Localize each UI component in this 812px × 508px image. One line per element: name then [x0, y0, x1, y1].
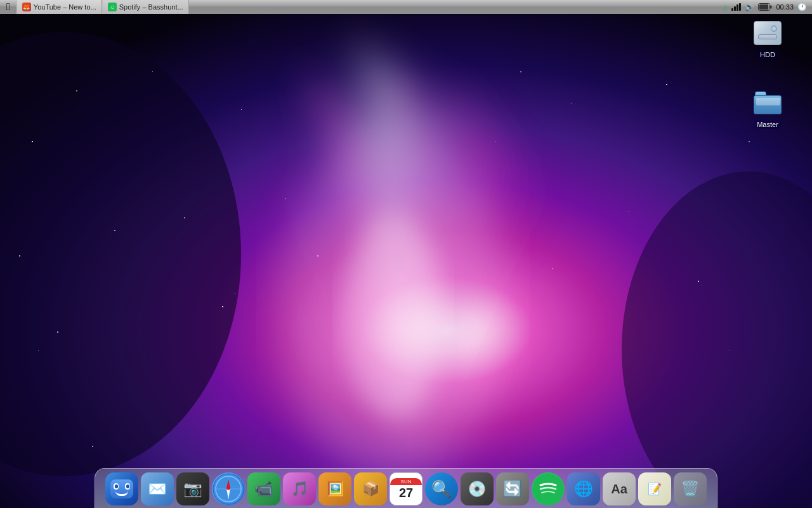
signal-bar-4 [739, 3, 741, 11]
svg-point-10 [343, 216, 444, 419]
finder-eye-right [125, 483, 130, 490]
youtube-tab[interactable]: 🦊 YouTube – New to... [16, 0, 102, 14]
star-22 [552, 268, 553, 269]
menubar:  🦊 YouTube – New to... ♫ Spotify – Bass… [0, 0, 812, 14]
dock-item-iphoto[interactable]: 🖼️ [318, 472, 351, 505]
star-11 [184, 217, 185, 218]
master-folder-icon[interactable]: Master [742, 88, 793, 129]
spotify-menulet[interactable]: ♫ [722, 3, 728, 12]
star-0 [76, 90, 77, 91]
spotify-tab-label: Spotify – Basshunt... [119, 3, 183, 11]
star-13 [317, 255, 318, 257]
dock-item-facetime[interactable]: 📹 [247, 472, 280, 505]
star-10 [241, 109, 242, 110]
facetime-icon: 📹 [247, 472, 280, 505]
svg-point-20 [532, 473, 564, 505]
spotify-favicon: ♫ [108, 3, 117, 11]
menubar-right: ♫ 🔊 00:33 🕐 [722, 3, 812, 12]
mail-icon: ✉️ [141, 472, 174, 505]
star-6 [38, 351, 39, 351]
dock-item-itunes[interactable]: 🎵 [283, 472, 316, 505]
volume-icon[interactable]: 🔊 [745, 3, 754, 11]
star-12 [285, 198, 286, 199]
dock-item-packages[interactable]: 📦 [354, 472, 387, 505]
desktop:  🦊 YouTube – New to... ♫ Spotify – Bass… [0, 0, 812, 508]
spotify-tab[interactable]: ♫ Spotify – Basshunt... [102, 0, 189, 14]
dock-item-mail[interactable]: ✉️ [141, 472, 174, 505]
folder-body [754, 95, 782, 114]
menubar-time: 00:33 [776, 3, 794, 11]
dock-item-ical[interactable]: SUN 27 [390, 472, 422, 505]
dock: ✉️ 📷 📹 [95, 468, 717, 508]
finder-face [110, 479, 133, 498]
dock-item-photobooth[interactable]: 📷 [176, 472, 209, 505]
svg-rect-13 [759, 4, 768, 10]
apple-menu[interactable]:  [0, 1, 16, 13]
finder-eye-left [114, 483, 119, 490]
svg-marker-8 [406, 95, 539, 457]
finder-smile [115, 491, 128, 496]
signal-icon [731, 3, 741, 11]
safari-icon [212, 472, 245, 505]
ical-icon: SUN 27 [390, 472, 422, 505]
clock-icon: 🕐 [797, 3, 807, 11]
dock-item-dvdplayer[interactable]: 💿 [461, 472, 494, 505]
hdd-label: HDD [757, 50, 778, 59]
svg-marker-5 [393, 51, 444, 451]
dock-item-quicklook[interactable]: 🔍 [425, 472, 458, 505]
star-18 [698, 281, 699, 282]
hdd-desktop-icon[interactable]: HDD [742, 18, 793, 59]
dock-item-trash[interactable]: 🗑️ [674, 472, 707, 505]
hdd-icon-image [752, 18, 783, 48]
star-20 [749, 141, 750, 142]
dock-item-spotify[interactable] [532, 472, 565, 505]
youtube-tab-label: YouTube – New to... [34, 3, 96, 11]
menubar-left:  🦊 YouTube – New to... ♫ Spotify – Bass… [0, 0, 722, 14]
star-21 [628, 211, 629, 211]
svg-marker-6 [406, 76, 508, 464]
dock-item-textedit[interactable]: 📝 [638, 472, 671, 505]
battery-svg [758, 3, 772, 11]
dock-item-sync[interactable]: 🔄 [496, 472, 529, 505]
svg-point-2 [622, 171, 812, 508]
sync-icon: 🔄 [496, 472, 529, 505]
svg-marker-7 [266, 127, 406, 470]
svg-point-9 [279, 127, 508, 483]
dock-item-network[interactable]: 🌐 [567, 472, 600, 505]
star-19 [730, 351, 730, 351]
svg-marker-4 [355, 32, 406, 457]
signal-bar-2 [734, 6, 736, 11]
master-label: Master [754, 120, 781, 129]
signal-bar-1 [731, 8, 733, 11]
iphoto-icon: 🖼️ [318, 472, 351, 505]
star-17 [666, 84, 667, 85]
star-16 [571, 103, 572, 104]
star-3 [114, 230, 115, 231]
star-15 [495, 141, 495, 142]
dock-item-fontbook[interactable]: Aa [603, 472, 636, 505]
folder-shine [756, 98, 780, 105]
dock-item-finder[interactable] [105, 472, 138, 505]
fontbook-icon: Aa [603, 472, 636, 505]
svg-rect-0 [0, 0, 812, 508]
folder-shape [754, 91, 782, 114]
trash-icon: 🗑️ [674, 472, 707, 505]
star-4 [19, 255, 20, 257]
svg-rect-12 [770, 6, 772, 9]
signal-bar-3 [737, 4, 738, 11]
itunes-icon: 🎵 [283, 472, 316, 505]
quicklook-icon: 🔍 [425, 472, 458, 505]
star-1 [32, 141, 33, 142]
star-14 [520, 71, 521, 72]
packages-icon: 📦 [354, 472, 387, 505]
star-7 [92, 446, 93, 447]
hdd-shape [754, 21, 782, 45]
finder-pupil-left [115, 485, 118, 488]
finder-icon [105, 472, 138, 505]
dock-item-safari[interactable] [212, 472, 245, 505]
star-5 [57, 331, 58, 333]
photobooth-icon: 📷 [176, 472, 209, 505]
battery-icon[interactable] [758, 3, 772, 11]
star-9 [222, 306, 223, 307]
dvdplayer-icon: 💿 [461, 472, 494, 505]
